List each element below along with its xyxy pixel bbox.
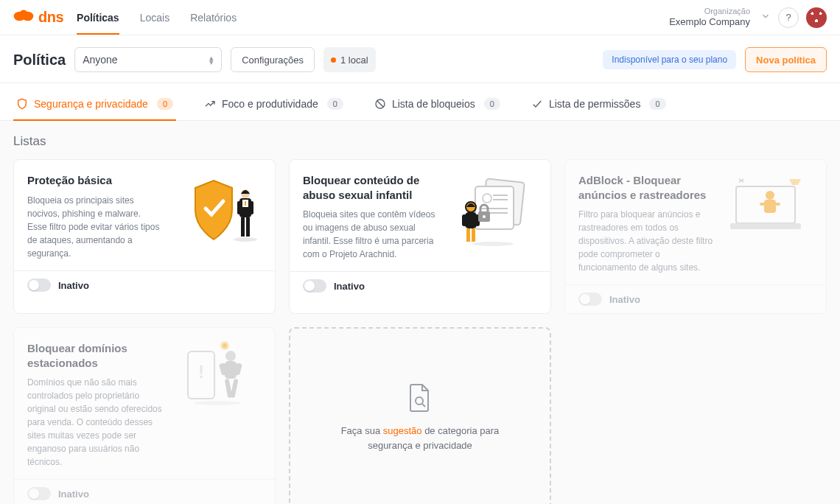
org-name: Exemplo Company: [669, 16, 750, 28]
toggle[interactable]: [27, 487, 51, 500]
avatar[interactable]: [806, 7, 827, 28]
help-button[interactable]: ?: [778, 7, 799, 28]
svg-text:!: !: [198, 362, 204, 382]
location-chip[interactable]: 1 local: [323, 47, 376, 72]
toggle[interactable]: [303, 279, 326, 293]
page-title: Política: [13, 52, 66, 69]
svg-rect-7: [237, 201, 241, 214]
section-title: Listas: [13, 134, 827, 149]
logo[interactable]: dns: [13, 9, 63, 27]
svg-point-49: [416, 397, 423, 405]
org-switcher[interactable]: Organização Exemplo Company: [669, 7, 750, 28]
suggest-text: Faça sua sugestão de categoria para segu…: [320, 424, 520, 452]
svg-point-2: [20, 10, 27, 15]
block-icon: [374, 98, 386, 110]
illustration-lock-docs: [449, 173, 537, 254]
card-title: Proteção básica: [27, 173, 163, 188]
top-nav: dns Políticas Locais Relatórios Organiza…: [0, 0, 840, 35]
svg-rect-45: [230, 379, 238, 399]
card-grid: Proteção básica Bloqueia os principais s…: [13, 159, 827, 504]
trend-icon: [204, 98, 216, 110]
svg-rect-34: [760, 203, 766, 206]
svg-point-32: [766, 191, 774, 200]
status-label: Inativo: [58, 489, 89, 500]
config-button[interactable]: Configurações: [231, 47, 315, 72]
card-dominios-estacionados: Bloquear domínios estacionados Domínios …: [13, 327, 276, 504]
svg-point-40: [225, 351, 236, 361]
card-title: Bloquear domínios estacionados: [27, 341, 163, 370]
sub-header: Política Anyone ▴▾ Configurações 1 local…: [0, 35, 840, 83]
svg-rect-12: [245, 201, 246, 206]
tab-seguranca[interactable]: Segurança e privacidade 0: [13, 91, 176, 120]
svg-rect-22: [465, 212, 477, 228]
tab-foco[interactable]: Foco e produtividade 0: [201, 91, 346, 120]
policy-select-value: Anyone: [83, 54, 117, 66]
suggest-card[interactable]: Faça sua sugestão de categoria para segu…: [289, 327, 551, 504]
chevron-down-icon[interactable]: [760, 11, 771, 24]
document-search-icon: [407, 383, 433, 417]
status-label: Inativo: [58, 280, 89, 291]
illustration-shield-person: [173, 173, 262, 254]
select-arrows-icon: ▴▾: [209, 55, 214, 64]
tab-permissoes[interactable]: Lista de permissões 0: [528, 91, 669, 120]
svg-line-50: [422, 404, 425, 407]
svg-rect-25: [466, 228, 470, 242]
card-desc: Domínios que não são mais controlados pe…: [27, 376, 163, 469]
location-chip-text: 1 local: [340, 55, 368, 66]
new-policy-button[interactable]: Nova política: [745, 47, 827, 72]
svg-point-28: [483, 215, 486, 218]
org-label: Organização: [669, 7, 750, 16]
card-desc: Filtro para bloquear anúncios e rastread…: [578, 208, 714, 274]
tab-label: Lista de bloqueios: [392, 98, 475, 110]
svg-rect-26: [472, 228, 475, 242]
card-abuso-infantil: Bloquear conteúdo de abuso sexual infant…: [289, 159, 551, 314]
tab-count: 0: [157, 98, 173, 110]
filter-tabs: Segurança e privacidade 0 Foco e produti…: [0, 83, 840, 121]
tab-label: Lista de permissões: [549, 98, 641, 110]
svg-point-13: [234, 237, 257, 242]
check-icon: [531, 98, 543, 110]
nav-tab-locais[interactable]: Locais: [140, 1, 169, 34]
svg-rect-33: [764, 200, 776, 213]
tab-count: 0: [649, 98, 665, 110]
svg-line-4: [377, 101, 383, 107]
tab-label: Foco e produtividade: [222, 98, 318, 110]
shield-icon: [16, 98, 28, 110]
svg-point-48: [194, 401, 241, 405]
policy-select[interactable]: Anyone ▴▾: [74, 47, 222, 72]
nav-tab-relatorios[interactable]: Relatórios: [190, 1, 237, 34]
logo-mark-icon: [13, 9, 34, 27]
card-desc: Bloqueia os principais sites nocivos, ph…: [27, 194, 163, 260]
svg-point-47: [223, 343, 227, 348]
nav-tab-politicas[interactable]: Políticas: [77, 1, 119, 34]
svg-rect-35: [774, 203, 780, 206]
dot-icon: [331, 57, 336, 63]
status-label: Inativo: [609, 294, 640, 305]
card-title: AdBlock - Bloquear anúncios e rastreador…: [578, 173, 714, 202]
card-adblock: AdBlock - Bloquear anúncios e rastreador…: [564, 159, 827, 314]
card-title: Bloquear conteúdo de abuso sexual infant…: [303, 173, 438, 202]
card-protecao-basica: Proteção básica Bloqueia os principais s…: [13, 159, 276, 314]
plan-badge: Indisponível para o seu plano: [603, 50, 736, 69]
svg-rect-8: [250, 201, 253, 214]
tab-count: 0: [484, 98, 500, 110]
svg-rect-23: [462, 214, 466, 226]
tab-label: Segurança e privacidade: [34, 98, 148, 110]
card-desc: Bloqueia sites que contêm vídeos ou imag…: [303, 208, 438, 261]
tab-count: 0: [327, 98, 343, 110]
logo-text: dns: [38, 9, 63, 26]
toggle[interactable]: [27, 279, 51, 292]
tab-bloqueios[interactable]: Lista de bloqueios 0: [371, 91, 503, 120]
svg-rect-9: [241, 217, 245, 237]
status-label: Inativo: [334, 281, 365, 292]
toggle[interactable]: [578, 293, 602, 306]
svg-point-29: [472, 242, 514, 246]
svg-rect-31: [730, 223, 801, 229]
nav-tabs: Políticas Locais Relatórios: [77, 1, 237, 34]
illustration-phone-walking: !: [173, 341, 262, 422]
content: Listas Proteção básica Bloqueia os princ…: [0, 121, 840, 504]
illustration-laptop-person: [724, 173, 813, 254]
svg-rect-10: [246, 217, 250, 237]
